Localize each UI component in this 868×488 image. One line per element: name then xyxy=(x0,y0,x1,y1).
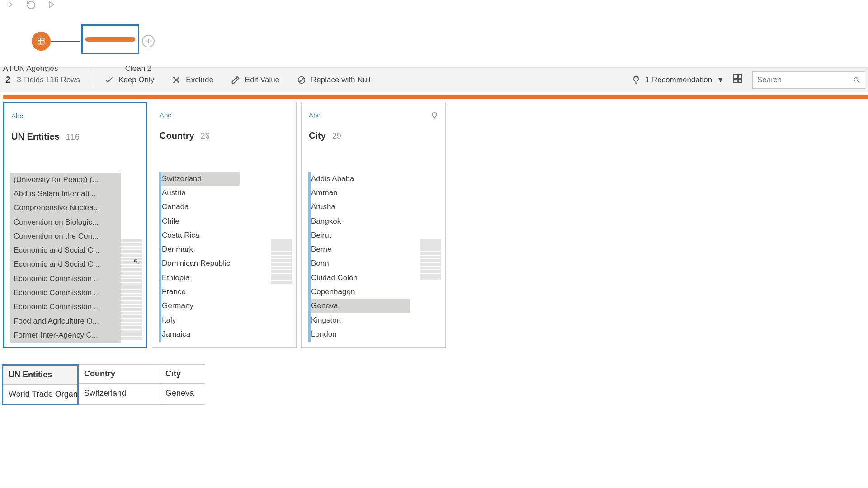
svg-line-10 xyxy=(858,81,859,83)
bulb-icon xyxy=(631,75,641,85)
flow-clean-step[interactable] xyxy=(81,24,139,54)
edit-value-button[interactable]: Edit Value xyxy=(231,75,279,85)
edit-value-label: Edit Value xyxy=(245,75,279,84)
chevron-down-icon: ▼ xyxy=(717,75,724,84)
value-item[interactable]: Geneva xyxy=(308,299,440,313)
svg-point-9 xyxy=(854,77,858,81)
value-item[interactable]: Economic Commission ... xyxy=(10,300,121,314)
grid-header[interactable]: Country xyxy=(79,365,160,384)
keep-only-button[interactable]: Keep Only xyxy=(104,75,154,85)
value-item[interactable]: London xyxy=(308,327,440,341)
run-icon[interactable] xyxy=(47,0,56,11)
value-item[interactable]: Chile xyxy=(159,214,291,228)
step-color-strip xyxy=(3,95,868,99)
value-item[interactable]: Abdus Salam Internati... xyxy=(10,187,121,201)
flow-canvas: + All UN Agencies Clean 2 xyxy=(0,11,868,67)
field-count: 29 xyxy=(332,131,341,141)
field-type-label: Abc xyxy=(11,112,139,120)
flow-add-step-button[interactable]: + xyxy=(142,35,155,47)
bulb-icon[interactable] xyxy=(430,111,439,122)
value-item[interactable]: Economic and Social C... xyxy=(10,243,121,257)
svg-line-4 xyxy=(299,77,304,82)
search-box[interactable] xyxy=(752,71,865,89)
value-item[interactable]: Austria xyxy=(159,186,291,200)
svg-rect-6 xyxy=(738,75,742,78)
value-item[interactable]: Economic Commission ... xyxy=(10,272,121,286)
value-item[interactable]: Arusha xyxy=(308,200,440,214)
field-type-label: Abc xyxy=(309,111,438,119)
value-item[interactable]: Jamaica xyxy=(159,327,291,341)
value-item[interactable]: Canada xyxy=(159,200,291,214)
value-item[interactable]: Italy xyxy=(159,313,291,327)
app-top-strip xyxy=(0,0,868,11)
flow-source-node[interactable] xyxy=(32,32,51,51)
value-item[interactable]: Kingston xyxy=(308,313,440,327)
x-icon xyxy=(171,75,181,85)
edit-icon xyxy=(231,75,241,85)
field-name: City xyxy=(309,131,326,141)
grid-col-city[interactable]: City Geneva xyxy=(160,364,205,405)
replace-null-button[interactable]: Replace with Null xyxy=(297,75,370,85)
value-item[interactable]: Switzerland xyxy=(159,172,291,186)
exclude-button[interactable]: Exclude xyxy=(171,75,213,85)
null-icon xyxy=(297,75,307,85)
value-item[interactable]: Economic and Social C... xyxy=(10,258,121,272)
svg-rect-8 xyxy=(738,79,742,83)
field-count: 116 xyxy=(66,132,80,142)
value-item[interactable]: Economic Commission ... xyxy=(10,286,121,300)
grid-cell[interactable]: Geneva xyxy=(160,384,205,403)
refresh-icon[interactable] xyxy=(26,0,36,12)
value-item[interactable]: Copenhagen xyxy=(308,285,440,299)
value-item[interactable]: Amman xyxy=(308,186,440,200)
value-item[interactable]: Convention on Biologic... xyxy=(10,215,121,229)
flow-source-label: All UN Agencies xyxy=(0,64,61,73)
keep-only-label: Keep Only xyxy=(118,75,154,84)
value-item[interactable]: Food and Agriculture O... xyxy=(10,314,121,328)
grid-header[interactable]: City xyxy=(160,365,205,384)
mini-scroll-map[interactable] xyxy=(420,239,441,281)
value-item[interactable]: France xyxy=(159,285,291,299)
grid-header[interactable]: UN Entities xyxy=(3,366,77,385)
value-item[interactable]: Former Inter-Agency C... xyxy=(10,328,121,342)
grid-view-icon xyxy=(732,73,743,84)
flow-connector xyxy=(51,41,80,42)
field-count: 26 xyxy=(201,131,210,141)
mini-scroll-map[interactable] xyxy=(121,239,142,341)
profile-card-city[interactable]: Abc City 29 Addis Ababa Amman Arusha Ban… xyxy=(301,102,446,348)
view-toggle-button[interactable] xyxy=(732,73,743,86)
fields-rows-summary: 3 Fields 116 Rows xyxy=(17,71,93,89)
field-type-label: Abc xyxy=(160,111,289,119)
field-name: Country xyxy=(160,131,194,141)
value-item[interactable]: Convention on the Con... xyxy=(10,229,121,243)
grid-col-country[interactable]: Country Switzerland xyxy=(79,364,160,405)
flow-step-label: Clean 2 xyxy=(109,64,167,73)
forward-icon[interactable] xyxy=(6,0,15,11)
value-item[interactable]: Germany xyxy=(159,299,291,313)
profile-pane: Abc UN Entities 116 (University for Peac… xyxy=(0,99,868,348)
value-item[interactable]: Bangkok xyxy=(308,214,440,228)
replace-null-label: Replace with Null xyxy=(311,75,370,84)
grid-cell[interactable]: Switzerland xyxy=(79,384,160,403)
search-input[interactable] xyxy=(757,75,853,84)
svg-rect-0 xyxy=(38,38,44,44)
grid-col-un-entities[interactable]: UN Entities World Trade Organ xyxy=(2,364,79,405)
value-item[interactable]: Comprehensive Nuclea... xyxy=(10,201,121,215)
svg-rect-7 xyxy=(734,79,737,83)
recommendations-dropdown[interactable]: 1 Recommendation ▼ xyxy=(631,75,724,85)
grid-cell[interactable]: World Trade Organ xyxy=(3,385,77,404)
selection-count: 2 xyxy=(3,75,17,85)
value-item[interactable]: (University for Peace) (... xyxy=(10,173,121,187)
svg-rect-5 xyxy=(734,75,737,78)
search-icon xyxy=(853,75,860,84)
field-name: UN Entities xyxy=(11,131,60,142)
profile-card-un-entities[interactable]: Abc UN Entities 116 (University for Peac… xyxy=(3,102,147,348)
mini-scroll-map[interactable] xyxy=(271,239,292,285)
exclude-label: Exclude xyxy=(186,75,213,84)
profile-card-country[interactable]: Abc Country 26 Switzerland Austria Canad… xyxy=(152,102,297,348)
check-icon xyxy=(104,75,114,85)
value-item[interactable]: Addis Ababa xyxy=(308,172,440,186)
recommendations-label: 1 Recommendation xyxy=(646,75,712,84)
clean-step-bar xyxy=(85,37,135,42)
data-grid: UN Entities World Trade Organ Country Sw… xyxy=(2,364,868,405)
